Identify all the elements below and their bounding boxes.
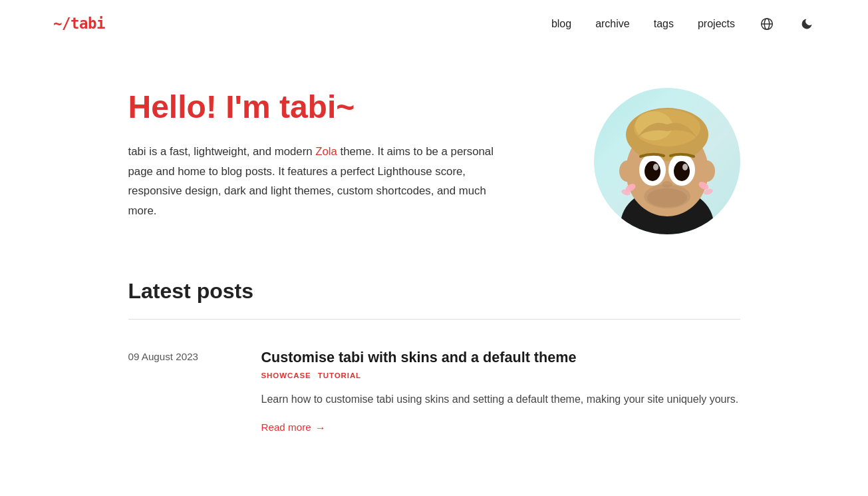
svg-point-7 xyxy=(619,160,635,182)
moon-icon xyxy=(800,17,813,31)
post-excerpt: Learn how to customise tabi using skins … xyxy=(261,391,740,408)
post-tags: SHOWCASE TUTORIAL xyxy=(261,370,740,381)
svg-point-8 xyxy=(699,160,715,182)
post-tag-tutorial[interactable]: TUTORIAL xyxy=(318,370,361,381)
svg-point-16 xyxy=(645,161,660,181)
read-more-arrow: → xyxy=(315,419,326,437)
hero-title: Hello! I'm tabi~ xyxy=(128,88,554,126)
hero-text: Hello! I'm tabi~ tabi is a fast, lightwe… xyxy=(128,88,594,220)
read-more-text: Read more xyxy=(261,419,311,435)
language-button[interactable] xyxy=(759,16,775,32)
nav-tags[interactable]: tags xyxy=(654,15,674,33)
post-date: 09 August 2023 xyxy=(128,346,221,436)
theme-toggle-button[interactable] xyxy=(799,16,815,32)
hero-section: Hello! I'm tabi~ tabi is a fast, lightwe… xyxy=(128,88,740,234)
nav-projects[interactable]: projects xyxy=(698,15,735,33)
svg-point-22 xyxy=(647,188,687,207)
post-item: 09 August 2023 Customise tabi with skins… xyxy=(128,346,740,436)
hero-desc-part1: tabi is a fast, lightweight, and modern xyxy=(128,145,316,158)
post-tag-showcase[interactable]: SHOWCASE xyxy=(261,370,311,381)
avatar-image xyxy=(601,88,734,234)
post-content: Customise tabi with skins and a default … xyxy=(261,346,740,436)
latest-posts-section: Latest posts 09 August 2023 Customise ta… xyxy=(128,274,740,437)
site-logo[interactable]: ~/tabi xyxy=(53,12,105,36)
main-nav: blog archive tags projects xyxy=(551,15,815,33)
read-more-link[interactable]: Read more → xyxy=(261,419,326,437)
avatar-container xyxy=(594,88,740,234)
section-divider xyxy=(128,319,740,320)
svg-point-18 xyxy=(653,164,658,170)
svg-point-19 xyxy=(682,164,688,170)
latest-posts-title: Latest posts xyxy=(128,274,740,308)
nav-blog[interactable]: blog xyxy=(551,15,571,33)
hero-description: tabi is a fast, lightweight, and modern … xyxy=(128,142,501,220)
svg-point-17 xyxy=(674,161,690,181)
nav-archive[interactable]: archive xyxy=(595,15,630,33)
main-content: Hello! I'm tabi~ tabi is a fast, lightwe… xyxy=(102,48,767,490)
post-title-link[interactable]: Customise tabi with skins and a default … xyxy=(261,349,577,366)
site-header: ~/tabi blog archive tags projects xyxy=(0,0,868,48)
zola-link[interactable]: Zola xyxy=(315,145,337,158)
globe-icon xyxy=(760,17,774,31)
